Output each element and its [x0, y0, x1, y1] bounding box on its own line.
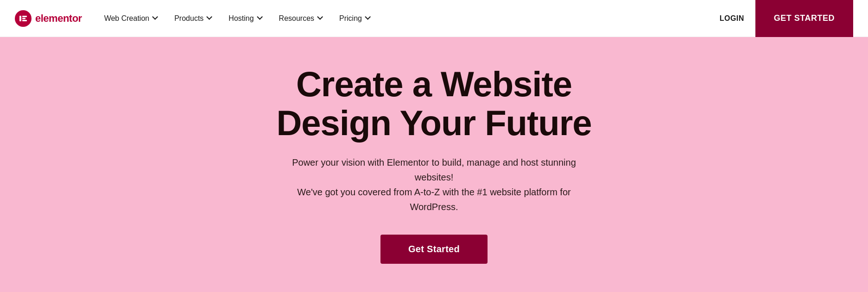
chevron-down-icon: [257, 16, 262, 21]
get-started-nav-button[interactable]: GET STARTED: [755, 0, 853, 37]
logo-text: elementor: [35, 12, 82, 25]
nav-item-pricing[interactable]: Pricing: [332, 11, 378, 26]
hero-title-line2: Design Your Future: [276, 103, 591, 143]
hero-subtitle-line1: Power your vision with Elementor to buil…: [292, 157, 576, 182]
chevron-down-icon: [317, 16, 323, 21]
nav-label-hosting: Hosting: [228, 14, 253, 23]
hero-cta-button[interactable]: Get Started: [380, 235, 488, 264]
nav-item-products[interactable]: Products: [167, 11, 219, 26]
nav-item-resources[interactable]: Resources: [272, 11, 330, 26]
nav-item-web-creation[interactable]: Web Creation: [97, 11, 165, 26]
nav-label-pricing: Pricing: [339, 14, 362, 23]
hero-section: Create a Website Design Your Future Powe…: [0, 37, 868, 292]
chevron-down-icon: [152, 16, 158, 21]
nav-label-products: Products: [174, 14, 203, 23]
svg-rect-1: [22, 16, 27, 17]
nav-label-resources: Resources: [279, 14, 314, 23]
chevron-down-icon: [365, 16, 370, 21]
nav-label-web-creation: Web Creation: [104, 14, 150, 23]
svg-rect-0: [19, 16, 21, 21]
svg-rect-3: [22, 20, 27, 21]
logo-link[interactable]: elementor: [15, 10, 82, 27]
hero-title-line1: Create a Website: [296, 64, 572, 104]
nav-items: Web Creation Products Hosting Resources …: [97, 11, 709, 26]
navbar: elementor Web Creation Products Hosting …: [0, 0, 868, 37]
nav-item-hosting[interactable]: Hosting: [221, 11, 269, 26]
svg-rect-2: [22, 18, 25, 19]
hero-title: Create a Website Design Your Future: [276, 65, 591, 142]
nav-actions: LOGIN GET STARTED: [709, 0, 853, 37]
chevron-down-icon: [206, 16, 212, 21]
hero-subtitle-line2: We've got you covered from A-to-Z with t…: [297, 187, 570, 212]
login-button[interactable]: LOGIN: [709, 10, 755, 27]
logo-icon: [15, 10, 32, 27]
hero-subtitle: Power your vision with Elementor to buil…: [277, 155, 592, 214]
